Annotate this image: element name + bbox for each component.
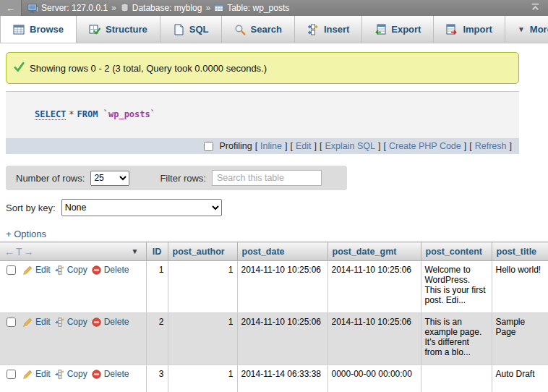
column-header-post-title[interactable]: post_title (492, 242, 548, 261)
header-direction-icons[interactable]: ←T→ (4, 246, 35, 257)
refresh-link[interactable]: Refresh (475, 141, 507, 151)
delete-label: Delete (104, 317, 129, 327)
copy-icon (55, 318, 64, 327)
table-header-row: ←T→ ▼ ID post_author post_date post_date… (0, 242, 548, 261)
bracket: [ (255, 141, 257, 151)
sql-keyword-from: FROM (77, 109, 98, 119)
delete-link[interactable]: Delete (92, 317, 129, 327)
sort-by-key-label: Sort by key: (6, 203, 56, 213)
results-table: ←T→ ▼ ID post_author post_date post_date… (0, 242, 548, 392)
explain-sql-link[interactable]: Explain SQL (325, 141, 374, 151)
tab-sql[interactable]: SQL (160, 16, 222, 43)
server-icon (27, 3, 38, 14)
chevron-down-icon: ▼ (518, 25, 525, 33)
tab-label: Export (391, 24, 421, 35)
edit-link[interactable]: Edit (23, 265, 51, 275)
delete-icon (92, 370, 101, 379)
tab-insert[interactable]: Insert (295, 16, 362, 43)
create-php-code-link[interactable]: Create PHP Code (389, 141, 461, 151)
sql-query-box: SELECT*FROM `wp_posts` (6, 92, 519, 138)
bracket: [ (290, 141, 292, 151)
actions-header-cell: ←T→ ▼ (0, 242, 146, 261)
delete-icon (92, 318, 101, 327)
copy-icon (55, 265, 64, 275)
breadcrumb-table[interactable]: Table: wp_posts (214, 3, 289, 13)
back-arrow-icon: ← (6, 3, 15, 14)
row-checkbox[interactable] (7, 370, 16, 379)
column-header-id[interactable]: ID (146, 242, 168, 261)
cell-id: 3 (146, 365, 168, 392)
cell-post-content: This is an example page. It's different … (421, 313, 492, 365)
copy-icon (55, 370, 64, 379)
breadcrumb: Server: 127.0.0.1 » Database: myblog » T… (22, 3, 522, 14)
sort-by-key-select[interactable]: None (61, 199, 222, 216)
tab-import[interactable]: Import (434, 16, 505, 43)
copy-link[interactable]: Copy (55, 265, 87, 275)
tab-label: More (530, 24, 548, 35)
copy-label: Copy (67, 265, 87, 275)
tab-export[interactable]: Export (362, 16, 434, 43)
browse-icon (13, 24, 25, 35)
column-header-post-author[interactable]: post_author (168, 242, 237, 261)
sql-keyword-select[interactable]: SELECT (35, 109, 66, 120)
options-toggle-link[interactable]: + Options (6, 229, 46, 239)
tab-browse[interactable]: Browse (0, 16, 77, 43)
bracket: [ (320, 141, 322, 151)
profiling-checkbox[interactable] (204, 142, 213, 151)
profiling-label: Profiling (219, 141, 252, 151)
row-checkbox[interactable] (7, 318, 16, 327)
success-message: Showing rows 0 - 2 (3 total, Query took … (6, 52, 519, 84)
edit-link[interactable]: Edit (23, 317, 51, 327)
tab-label: Structure (106, 24, 147, 35)
copy-link[interactable]: Copy (55, 317, 87, 327)
delete-label: Delete (104, 265, 129, 275)
tab-structure[interactable]: Structure (77, 16, 160, 43)
cell-post-date-gmt: 0000-00-00 00:00:00 (327, 365, 421, 392)
copy-link[interactable]: Copy (55, 369, 87, 379)
row-controls-bar: Number of rows: 25 Filter rows: (6, 166, 347, 190)
cell-post-author: 1 (168, 261, 237, 313)
back-button[interactable]: ← (0, 0, 22, 16)
delete-link[interactable]: Delete (92, 369, 129, 379)
edit-label: Edit (35, 369, 51, 379)
table-row: Edit Copy Delete 3 1 2014-11-14 06:33:38… (0, 365, 548, 392)
cell-post-title: Auto Draft (492, 365, 548, 392)
breadcrumb-table-label: Table: wp_posts (227, 3, 289, 13)
sql-tools-bar: Profiling [ Inline ] [ Edit ] [ Explain … (6, 138, 519, 154)
column-header-post-date-gmt[interactable]: post_date_gmt (327, 242, 421, 261)
breadcrumb-bar: ← Server: 127.0.0.1 » Database: myblog »… (0, 0, 548, 16)
tab-label: Browse (30, 24, 64, 35)
success-message-text: Showing rows 0 - 2 (3 total, Query took … (30, 63, 267, 74)
number-of-rows-label: Number of rows: (16, 173, 85, 184)
copy-label: Copy (67, 369, 87, 379)
with-selected-dropdown-icon[interactable]: ▼ (132, 247, 142, 255)
breadcrumb-server[interactable]: Server: 127.0.0.1 (27, 3, 108, 14)
cell-post-date-gmt: 2014-11-10 10:25:06 (327, 313, 421, 365)
cell-post-title: Hello world! (492, 261, 548, 313)
tab-search[interactable]: Search (222, 16, 295, 43)
breadcrumb-server-label: Server: 127.0.0.1 (41, 3, 108, 13)
collapse-console-button[interactable] (522, 1, 548, 14)
delete-label: Delete (104, 369, 129, 379)
breadcrumb-database-label: Database: myblog (132, 3, 202, 13)
number-of-rows-select[interactable]: 25 (90, 171, 129, 186)
table-icon (214, 3, 224, 13)
row-checkbox[interactable] (7, 265, 16, 275)
edit-label: Edit (35, 317, 51, 327)
bracket: ] (378, 141, 380, 151)
breadcrumb-database[interactable]: Database: myblog (120, 3, 202, 13)
sort-by-key-row: Sort by key: None (6, 199, 548, 216)
cell-post-date: 2014-11-10 10:25:06 (237, 313, 327, 365)
edit-link[interactable]: Edit (23, 369, 51, 379)
tab-label: Import (463, 24, 492, 35)
inline-link[interactable]: Inline (260, 141, 282, 151)
column-header-post-content[interactable]: post_content (421, 242, 492, 261)
bracket: [ (383, 141, 385, 151)
delete-link[interactable]: Delete (92, 265, 129, 275)
tab-more[interactable]: ▼ More (505, 16, 548, 43)
column-header-post-date[interactable]: post_date (237, 242, 327, 261)
breadcrumb-separator: » (111, 3, 116, 13)
filter-rows-input[interactable] (212, 170, 322, 186)
tab-label: SQL (189, 24, 209, 35)
edit-query-link[interactable]: Edit (296, 141, 312, 151)
